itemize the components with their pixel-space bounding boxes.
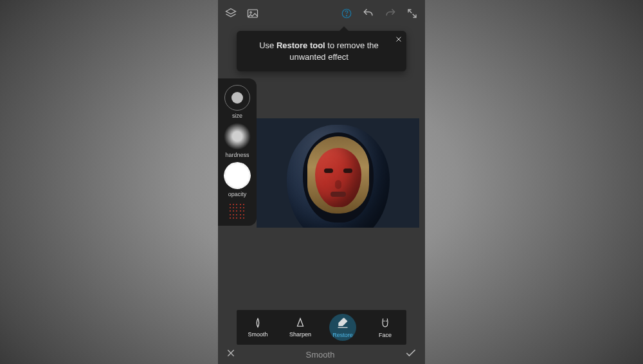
brush-opacity-control[interactable] [224,162,251,189]
app-frame: Use Restore tool to remove the unwanted … [218,0,425,364]
fullscreen-icon[interactable] [406,7,419,20]
brush-size-label: size [232,113,242,119]
redo-icon[interactable] [384,7,397,20]
layers-icon[interactable] [224,7,237,20]
tool-label: Smooth [248,331,267,338]
brush-size-control[interactable] [224,85,250,111]
bottom-bar: Smooth [218,345,425,364]
brush-hardness-label: hardness [225,152,249,158]
cancel-button[interactable] [226,348,236,361]
tool-restore[interactable]: Restore [322,310,364,345]
brush-panel: size hardness opacity [218,78,257,226]
tool-label: Face [379,332,392,338]
tooltip-text: Use Restore tool to remove the unwanted … [259,41,379,62]
svg-point-3 [346,15,347,16]
tool-smooth[interactable]: Smooth [237,310,279,345]
brush-hardness-control[interactable] [224,123,251,150]
help-icon[interactable] [340,7,353,20]
tool-label: Sharpen [289,331,311,338]
brush-pattern-control[interactable] [230,204,245,219]
tool-face[interactable]: Face [364,310,406,345]
undo-icon[interactable] [362,7,375,20]
close-icon[interactable] [395,34,403,46]
top-toolbar [218,0,425,27]
brush-opacity-label: opacity [228,191,247,197]
page-title: Smooth [306,350,335,359]
confirm-button[interactable] [404,347,417,362]
svg-point-1 [250,12,252,13]
tool-label: Restore [332,332,353,338]
image-canvas[interactable] [257,118,419,228]
image-icon[interactable] [246,7,259,20]
tool-sharpen[interactable]: Sharpen [279,310,322,345]
hint-tooltip: Use Restore tool to remove the unwanted … [237,31,406,71]
tool-row: Smooth Sharpen Restore Face [237,310,406,345]
